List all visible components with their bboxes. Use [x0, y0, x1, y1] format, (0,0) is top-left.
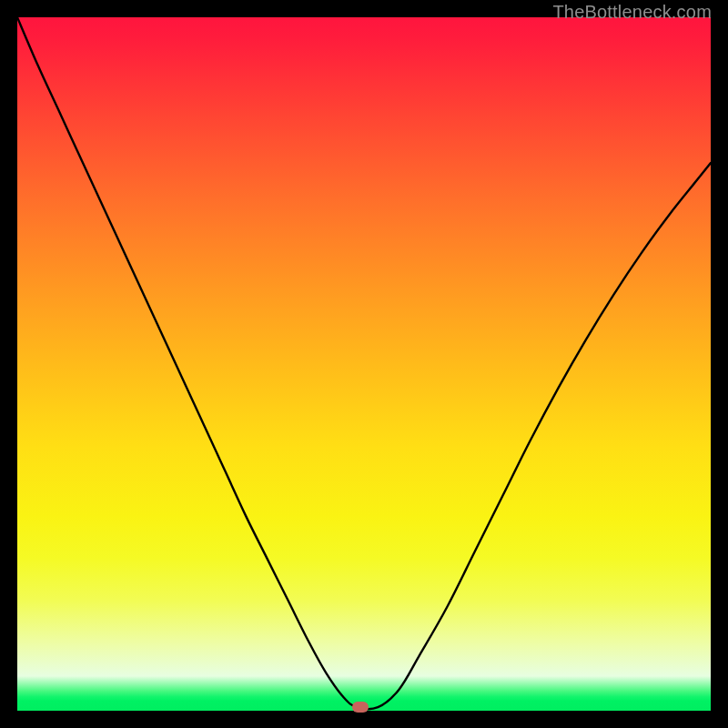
- plot-area: [17, 17, 711, 711]
- bottleneck-curve: [17, 17, 711, 711]
- optimal-point-marker: [352, 702, 369, 713]
- watermark-text: TheBottleneck.com: [552, 2, 712, 23]
- chart-frame: TheBottleneck.com: [0, 0, 728, 728]
